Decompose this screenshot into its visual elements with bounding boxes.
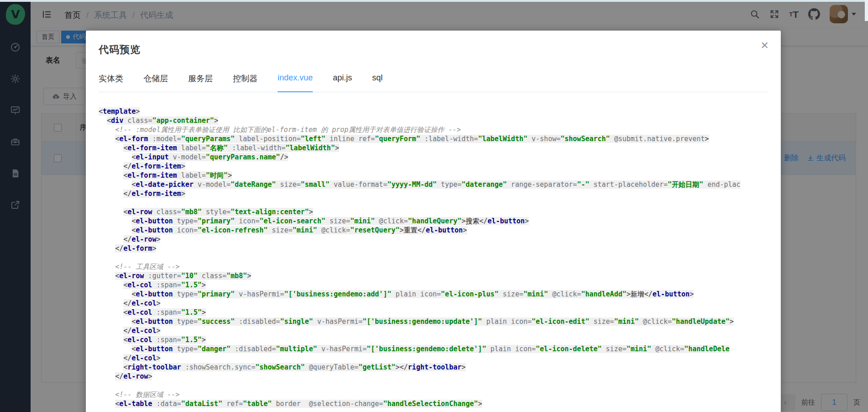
code-block: <template> <div class="app-container"> <… <box>99 107 769 408</box>
code-line: </el-col> <box>99 354 769 363</box>
code-line: </el-form-item> <box>99 189 769 198</box>
code-line: <el-button type="danger" :disabled="mult… <box>99 344 769 354</box>
code-line: </el-form> <box>99 244 769 253</box>
code-line: <el-form-item label="名称" :label-width="l… <box>99 143 769 153</box>
code-line: <!-- 数据区域 --> <box>99 390 769 399</box>
code-line: <template> <box>99 107 769 116</box>
tab-服务层[interactable]: 服务层 <box>188 73 213 92</box>
code-line: </el-col> <box>99 326 769 335</box>
close-icon[interactable]: ✕ <box>761 41 769 51</box>
tab-实体类[interactable]: 实体类 <box>99 73 123 92</box>
code-line <box>99 381 769 390</box>
code-line: <right-toolbar :showSearch.sync="showSea… <box>99 363 769 372</box>
code-line: <el-row :gutter="10" class="mb8"> <box>99 271 769 280</box>
code-line: <el-button type="primary" v-hasPermi="['… <box>99 290 769 299</box>
tab-仓储层[interactable]: 仓储层 <box>143 73 168 92</box>
code-line: <el-col :span="1.5"> <box>99 280 769 290</box>
scrollbar-top-fragment[interactable] <box>865 0 868 21</box>
code-line <box>99 198 769 207</box>
code-line: </el-row> <box>99 372 769 381</box>
code-line: <el-input v-model="queryParams.name"/> <box>99 153 769 162</box>
code-line: </el-row> <box>99 235 769 244</box>
tab-api.js[interactable]: api.js <box>333 73 352 92</box>
code-line: <el-form-item label="时间"> <box>99 171 769 180</box>
code-line: </el-col> <box>99 299 769 308</box>
code-line: <el-button type="primary" icon="el-icon-… <box>99 217 769 226</box>
code-line: <el-date-picker v-model="dateRange" size… <box>99 180 769 189</box>
browser-top-strip <box>0 0 868 2</box>
code-line: <!-- :model属性用于表单验证使用 比如下面的el-form-item … <box>99 125 769 134</box>
dialog-tabs: 实体类仓储层服务层控制器index.vueapi.jssql <box>99 73 768 92</box>
code-line: <!-- 工具区域 --> <box>99 262 769 271</box>
code-line: </el-form-item> <box>99 162 769 171</box>
code-line <box>99 253 769 262</box>
code-line: <el-table :data="dataList" ref="table" b… <box>99 399 769 408</box>
tab-index.vue[interactable]: index.vue <box>278 73 313 92</box>
screen: { "colors":{"accent_blue":"#409eff","bra… <box>0 0 868 412</box>
code-preview-dialog: 代码预览 ✕ 实体类仓储层服务层控制器index.vueapi.jssql <t… <box>86 31 781 412</box>
code-line: <div class="app-container"> <box>99 116 769 125</box>
code-line: <el-row class="mb8" style="text-align:ce… <box>99 207 769 217</box>
code-line: <el-button type="success" :disabled="sin… <box>99 317 769 326</box>
code-line: <el-col :span="1.5"> <box>99 308 769 317</box>
code-line: <el-form :model="queryParams" label-posi… <box>99 134 769 143</box>
dialog-title: 代码预览 <box>99 43 781 57</box>
tab-控制器[interactable]: 控制器 <box>233 73 258 92</box>
code-line: <el-col :span="1.5"> <box>99 335 769 344</box>
code-line: <el-button icon="el-icon-refresh" size="… <box>99 226 769 235</box>
tab-sql[interactable]: sql <box>372 73 383 92</box>
